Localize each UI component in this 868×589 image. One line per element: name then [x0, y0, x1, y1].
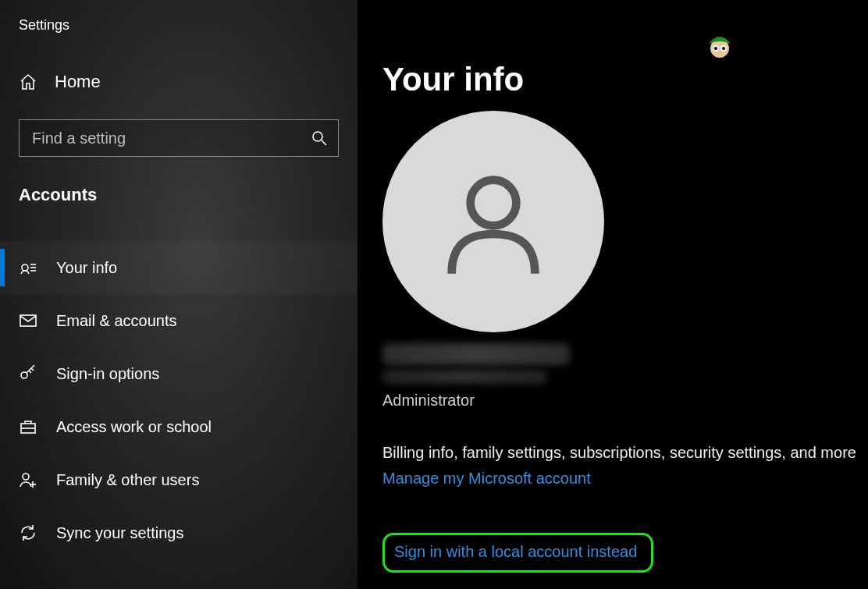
person-icon	[431, 159, 556, 284]
main-content: Your info Administrator Billing info, fa…	[358, 0, 868, 589]
user-role: Administrator	[382, 392, 868, 410]
search-icon	[310, 129, 329, 147]
page-title: Your info	[382, 61, 868, 98]
svg-point-0	[313, 132, 322, 141]
category-heading: Accounts	[0, 157, 358, 205]
sidebar-item-signin-options[interactable]: Sign-in options	[0, 347, 358, 400]
svg-line-1	[322, 140, 326, 145]
svg-point-18	[471, 180, 517, 226]
svg-rect-6	[20, 315, 36, 326]
sidebar-item-label: Your info	[56, 259, 117, 277]
search-box[interactable]	[19, 119, 339, 157]
sidebar-home[interactable]: Home	[0, 60, 358, 104]
settings-sidebar: Settings Home Accounts Your info Email &…	[0, 0, 358, 589]
sidebar-item-label: Sign-in options	[56, 365, 159, 383]
manage-microsoft-account-link[interactable]: Manage my Microsoft account	[382, 470, 591, 488]
sidebar-item-your-info[interactable]: Your info	[0, 241, 358, 294]
sidebar-item-label: Family & other users	[56, 471, 199, 489]
svg-point-17	[722, 47, 725, 50]
billing-description: Billing info, family settings, subscript…	[382, 444, 868, 462]
svg-point-16	[714, 47, 717, 50]
user-name-redacted	[382, 343, 570, 365]
corner-avatar-image	[704, 31, 735, 62]
person-card-icon	[19, 258, 37, 277]
user-email-redacted	[382, 370, 546, 384]
svg-point-2	[22, 264, 28, 271]
sidebar-item-family-users[interactable]: Family & other users	[0, 453, 358, 506]
sidebar-nav: Your info Email & accounts Sign-in optio…	[0, 241, 358, 559]
user-avatar[interactable]	[382, 111, 604, 332]
sign-in-local-account-link[interactable]: Sign in with a local account instead	[394, 543, 637, 561]
svg-point-10	[23, 474, 29, 480]
sync-icon	[19, 523, 37, 542]
sidebar-item-label: Sync your settings	[56, 524, 183, 542]
search-input[interactable]	[32, 130, 310, 147]
people-add-icon	[19, 470, 37, 489]
sidebar-item-label: Access work or school	[56, 418, 212, 436]
app-title: Settings	[0, 6, 358, 44]
sidebar-item-email-accounts[interactable]: Email & accounts	[0, 294, 358, 347]
briefcase-icon	[19, 417, 37, 436]
sidebar-item-label: Email & accounts	[56, 312, 177, 330]
home-label: Home	[55, 72, 101, 92]
key-icon	[19, 364, 37, 383]
home-icon	[19, 73, 37, 91]
local-account-highlight: Sign in with a local account instead	[382, 533, 653, 573]
sidebar-item-work-school[interactable]: Access work or school	[0, 400, 358, 453]
sidebar-item-sync-settings[interactable]: Sync your settings	[0, 506, 358, 559]
svg-point-7	[21, 372, 27, 378]
mail-icon	[19, 311, 37, 330]
